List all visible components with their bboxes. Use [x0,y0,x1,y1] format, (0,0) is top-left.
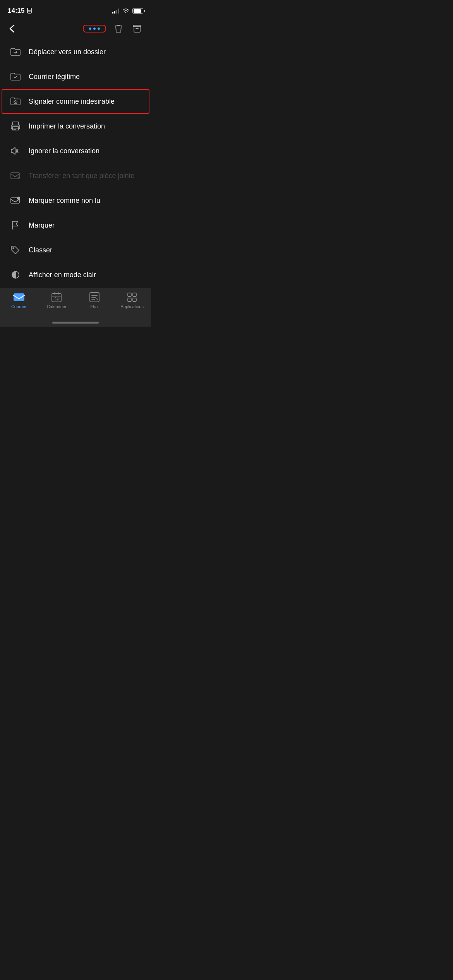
svg-rect-6 [11,173,19,179]
svg-rect-4 [12,122,19,125]
more-dot [89,27,91,30]
svg-rect-13 [14,293,24,301]
folder-check-icon [10,71,21,82]
menu-item-report-spam[interactable]: Signaler comme indésirable [2,89,149,114]
tab-bar: Courrier 24 Calendrier Flux [0,288,151,327]
calendar-tab-icon: 24 [50,292,63,303]
nav-actions [83,22,143,35]
tab-mail[interactable]: Courrier [0,292,38,309]
home-indicator [52,322,99,324]
svg-rect-19 [128,298,131,302]
status-time: 14:15 [8,7,32,15]
menu-item-label: Afficher en mode clair [29,271,96,279]
delete-button[interactable] [112,22,125,35]
svg-point-10 [12,247,14,249]
svg-rect-17 [128,293,131,296]
status-right [112,8,143,14]
svg-point-9 [17,197,20,200]
status-bar: 14:15 [0,0,151,19]
menu-item-label: Ignorer la conversation [29,147,100,155]
archive-button[interactable] [131,22,143,35]
more-menu-button[interactable] [83,25,106,33]
menu-item-print[interactable]: Imprimer la conversation [0,114,151,139]
menu-item-flag[interactable]: Marquer [0,213,151,238]
menu-item-classify[interactable]: Classer [0,238,151,262]
contrast-icon [10,269,21,280]
tab-feed[interactable]: Flux [76,292,113,309]
menu-item-label: Courrier légitime [29,73,80,81]
menu-item-label: Déplacer vers un dossier [29,48,106,56]
more-dot [93,27,96,30]
menu-item-mute[interactable]: Ignorer la conversation [0,139,151,163]
feed-tab-icon [88,292,101,303]
menu-item-label: Classer [29,246,52,254]
menu-item-label: Signaler comme indésirable [29,98,115,106]
menu-item-label: Imprimer la conversation [29,122,105,130]
menu-item-mark-unread[interactable]: Marquer comme non lu [0,188,151,213]
menu-item-label: Marquer comme non lu [29,197,100,205]
back-button[interactable] [8,23,16,34]
nav-bar [0,19,151,39]
tab-apps[interactable]: Applications [113,292,151,309]
svg-rect-18 [133,293,136,296]
tab-calendar[interactable]: 24 Calendrier [38,292,76,309]
mail-forward-icon [10,170,21,181]
tag-icon [10,245,21,255]
battery-icon [132,8,143,14]
wifi-icon [122,8,129,14]
menu-item-light-mode[interactable]: Afficher en mode clair [0,262,151,287]
menu-item-label: Marquer [29,221,55,230]
menu-item-move-folder[interactable]: Déplacer vers un dossier [0,39,151,64]
mute-icon [10,146,21,156]
flag-icon [10,220,21,231]
svg-text:24: 24 [55,297,59,301]
more-dot [98,27,100,30]
mail-tab-icon [13,292,25,303]
menu-item-forward-attachment[interactable]: Transférer en tant que pièce jointe [0,163,151,188]
svg-rect-2 [133,25,141,27]
signal-icon [112,8,119,14]
svg-rect-20 [133,298,136,302]
tab-apps-label: Applications [121,304,144,309]
printer-icon [10,121,21,132]
folder-move-icon [10,46,21,57]
svg-rect-1 [28,10,31,12]
menu-list: Déplacer vers un dossier Courrier légiti… [0,39,151,312]
tab-mail-label: Courrier [11,304,27,309]
mail-unread-icon [10,195,21,206]
tab-calendar-label: Calendrier [47,304,67,309]
tab-feed-label: Flux [90,304,98,309]
folder-ban-icon [10,96,21,107]
menu-item-label: Transférer en tant que pièce jointe [29,172,135,180]
apps-tab-icon [126,292,138,303]
menu-item-legitimate-mail[interactable]: Courrier légitime [0,64,151,89]
